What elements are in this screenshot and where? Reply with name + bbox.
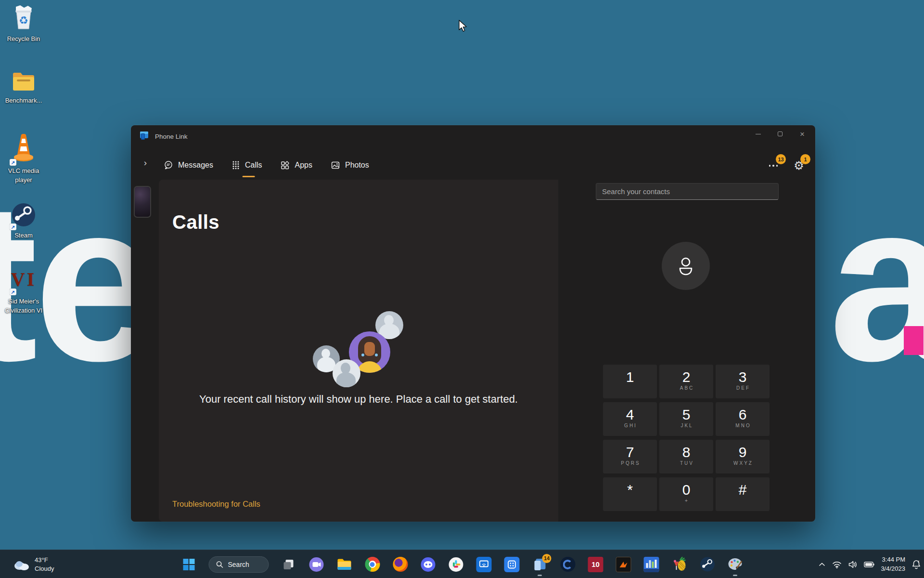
- desktop-icon-recycle-bin[interactable]: ♻ Recycle Bin: [1, 5, 46, 44]
- taskbar-app-meet[interactable]: [308, 556, 325, 573]
- taskbar: 43°F Cloudy Search: [0, 550, 924, 578]
- taskbar-app-phone-link[interactable]: 14: [532, 556, 548, 573]
- dial-key-star[interactable]: *: [603, 477, 657, 511]
- mouse-cursor: [457, 19, 469, 35]
- desktop-icon-steam[interactable]: ↗ Steam: [1, 202, 46, 240]
- task-view-button[interactable]: [281, 556, 297, 573]
- video-chat-icon: [309, 557, 324, 572]
- minimize-button[interactable]: [747, 126, 769, 142]
- search-icon: [216, 561, 224, 568]
- running-indicator: [733, 575, 737, 576]
- taskbar-app-chrome[interactable]: [364, 556, 381, 573]
- cloud-icon: [13, 558, 31, 571]
- taskbar-app-quick-assist[interactable]: [476, 556, 492, 573]
- dial-key-0[interactable]: 0+: [659, 477, 713, 511]
- vlc-cone-icon: ↗: [11, 133, 36, 165]
- tray-volume[interactable]: [848, 560, 858, 569]
- taskbar-app-steam[interactable]: [699, 556, 716, 573]
- desktop-icon-vlc[interactable]: ↗ VLC media player: [1, 133, 46, 185]
- contacts-search: [596, 183, 779, 200]
- svg-text:♻: ♻: [19, 14, 28, 26]
- taskbar-app-grid[interactable]: [504, 556, 520, 573]
- task-view-icon: [282, 558, 295, 571]
- dial-key-5[interactable]: 5JKL: [659, 402, 713, 436]
- desktop-icon-label: Steam: [14, 231, 33, 240]
- taskbar-app-paint[interactable]: [727, 556, 744, 573]
- contact-bubble-icon: [333, 359, 360, 387]
- phone-link-notification-badge: 14: [542, 554, 552, 563]
- dial-key-2[interactable]: 2ABC: [659, 365, 713, 398]
- taskbar-app-tropical[interactable]: [671, 556, 688, 573]
- taskbar-app-file-explorer[interactable]: [336, 556, 353, 573]
- folder-icon: [11, 70, 36, 94]
- windows-logo-icon: [183, 558, 195, 571]
- taskbar-search[interactable]: Search: [209, 556, 269, 573]
- tray-clock[interactable]: 3:44 PM 3/4/2023: [881, 555, 905, 573]
- slack-icon: [449, 557, 464, 572]
- photos-icon: [331, 160, 340, 170]
- dialpad-icon: [231, 160, 240, 170]
- taskbar-app-10[interactable]: 10: [588, 556, 604, 573]
- tab-messages[interactable]: Messages: [164, 153, 213, 177]
- chevron-up-icon: [818, 561, 826, 568]
- tab-photos[interactable]: Photos: [331, 153, 369, 177]
- messages-icon: [164, 160, 173, 170]
- tab-bar: Messages Calls: [164, 153, 369, 177]
- tray-time: 3:44 PM: [882, 555, 905, 564]
- tray-battery[interactable]: [864, 561, 874, 568]
- tab-apps[interactable]: Apps: [280, 153, 312, 177]
- running-indicator: [538, 575, 542, 576]
- taskbar-app-3dmark[interactable]: [616, 556, 632, 573]
- battery-icon: [864, 561, 874, 568]
- taskbar-app-cinema4d[interactable]: [560, 556, 576, 573]
- dial-key-hash[interactable]: #: [716, 477, 770, 511]
- phone-screen-thumbnail[interactable]: [134, 186, 151, 218]
- tab-label: Calls: [245, 161, 262, 170]
- active-tab-underline: [242, 176, 255, 177]
- taskbar-app-discord[interactable]: [420, 556, 436, 573]
- dial-key-4[interactable]: 4GHI: [603, 402, 657, 436]
- desktop-icon-label: Sid Meier's Civilization VI: [0, 297, 47, 315]
- tray-wifi[interactable]: [832, 560, 842, 569]
- dial-key-1[interactable]: 1: [603, 365, 657, 398]
- close-button[interactable]: ×: [791, 126, 813, 142]
- maximize-button[interactable]: [769, 126, 791, 142]
- dial-key-9[interactable]: 9WXYZ: [716, 440, 770, 473]
- dial-key-6[interactable]: 6MNO: [716, 402, 770, 436]
- wifi-icon: [832, 560, 842, 569]
- tray-notifications[interactable]: z: [911, 559, 921, 570]
- shortcut-arrow-icon: ↗: [10, 159, 16, 166]
- tab-calls[interactable]: Calls: [231, 153, 262, 177]
- tray-date: 3/4/2023: [881, 565, 905, 573]
- tray-chevron-up[interactable]: [818, 561, 826, 568]
- taskbar-app-benchmark-chart[interactable]: [643, 556, 660, 573]
- desktop: te ar ♻ Recycle Bin Benchmark...: [0, 0, 924, 578]
- steam-icon: [700, 557, 715, 572]
- dial-key-8[interactable]: 8TUV: [659, 440, 713, 473]
- weather-widget[interactable]: 43°F Cloudy: [9, 550, 58, 578]
- desktop-icon-label: Benchmark...: [5, 96, 42, 105]
- desktop-icon-civilization-vi[interactable]: VI ↗ Sid Meier's Civilization VI: [1, 268, 46, 315]
- troubleshooting-link[interactable]: Troubleshooting for Calls: [172, 499, 260, 509]
- shortcut-arrow-icon: ↗: [10, 223, 16, 230]
- expand-sidebar-button[interactable]: ›: [140, 157, 151, 169]
- wallpaper-letters-right: ar: [829, 169, 924, 395]
- desktop-icon-benchmark-folder[interactable]: Benchmark...: [1, 70, 46, 105]
- svg-text:z: z: [918, 559, 919, 563]
- taskbar-app-firefox[interactable]: [392, 556, 409, 573]
- taskbar-app-slack[interactable]: [448, 556, 464, 573]
- desktop-icon-label: Recycle Bin: [7, 35, 40, 44]
- wallpaper-pink-accent: [904, 326, 924, 355]
- dial-key-3[interactable]: 3DEF: [716, 365, 770, 398]
- contacts-search-input[interactable]: [596, 184, 778, 199]
- settings-badge: 1: [800, 154, 810, 164]
- tropical-drink-icon: [672, 557, 687, 572]
- weather-condition: Cloudy: [35, 565, 54, 573]
- dial-key-7[interactable]: 7PQRS: [603, 440, 657, 473]
- empty-state-text: Your recent call history will show up he…: [185, 391, 532, 408]
- taskbar-search-label: Search: [228, 561, 249, 568]
- desktop-icon-label: VLC media player: [4, 167, 43, 185]
- start-button[interactable]: [181, 556, 197, 573]
- tab-label: Apps: [295, 161, 312, 170]
- phone-link-app-icon: [139, 130, 149, 143]
